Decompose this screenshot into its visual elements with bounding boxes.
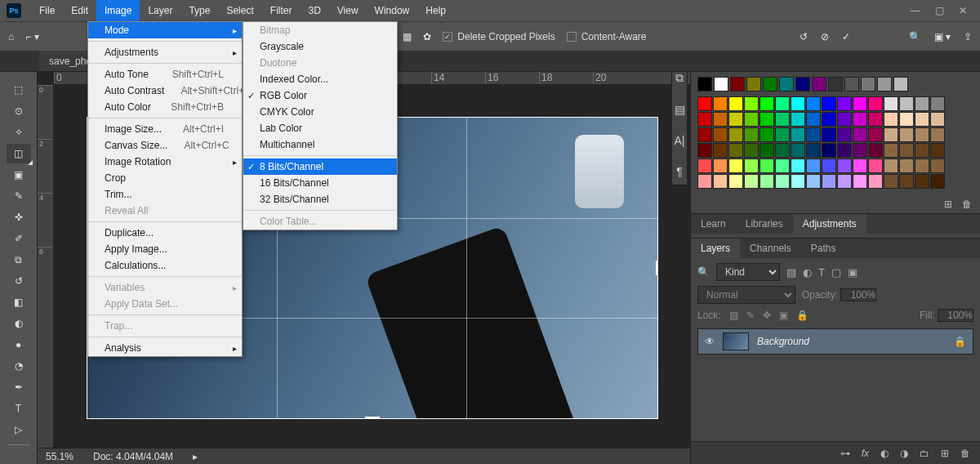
swatch[interactable] bbox=[760, 174, 774, 189]
swatch[interactable] bbox=[806, 127, 821, 142]
crop-settings-icon[interactable]: ✿ bbox=[423, 31, 431, 42]
blend-mode-select[interactable]: Normal bbox=[697, 286, 795, 304]
pen-tool[interactable]: ✒ bbox=[7, 377, 31, 397]
swatch[interactable] bbox=[697, 158, 712, 173]
crop-preset-select[interactable]: ⌐ ▾ bbox=[25, 31, 38, 42]
swatch[interactable] bbox=[930, 143, 945, 158]
new-layer-icon[interactable]: ⊞ bbox=[941, 448, 949, 459]
properties-panel-icon[interactable]: ▤ bbox=[675, 103, 685, 116]
paragraph-panel-icon[interactable]: ¶ bbox=[676, 165, 683, 178]
swatch[interactable] bbox=[806, 143, 821, 158]
swatch[interactable] bbox=[744, 112, 759, 127]
swatch[interactable] bbox=[791, 174, 805, 189]
menu-item-adjustments[interactable]: Adjustments bbox=[88, 44, 242, 60]
type-tool[interactable]: T bbox=[7, 399, 31, 418]
swatch[interactable] bbox=[697, 127, 712, 142]
swatch[interactable] bbox=[697, 112, 712, 127]
menu-item-image-rotation[interactable]: Image Rotation bbox=[88, 154, 242, 170]
panel-tab-adjustments[interactable]: Adjustments bbox=[793, 214, 866, 234]
swatch[interactable] bbox=[853, 96, 867, 111]
swatch[interactable] bbox=[884, 174, 898, 189]
swatch[interactable] bbox=[868, 96, 883, 111]
reset-crop-icon[interactable]: ↺ bbox=[800, 31, 808, 42]
menu-type[interactable]: Type bbox=[180, 0, 218, 21]
swatch[interactable] bbox=[915, 143, 929, 158]
gradient-tool[interactable]: ◐ bbox=[7, 314, 31, 333]
swatch[interactable] bbox=[795, 77, 810, 91]
swatch[interactable] bbox=[806, 96, 821, 111]
character-panel-icon[interactable]: A| bbox=[675, 134, 685, 147]
menu-filter[interactable]: Filter bbox=[262, 0, 301, 21]
swatch[interactable] bbox=[760, 127, 774, 142]
doc-size[interactable]: Doc: 4.04M/4.04M bbox=[93, 451, 173, 462]
swatch[interactable] bbox=[837, 127, 852, 142]
swatch[interactable] bbox=[868, 112, 883, 127]
visibility-icon[interactable]: 👁 bbox=[705, 336, 715, 347]
swatch[interactable] bbox=[713, 127, 728, 142]
content-aware-checkbox[interactable]: Content-Aware bbox=[567, 31, 647, 42]
filter-adjustment-icon[interactable]: ◐ bbox=[803, 266, 812, 279]
swatch[interactable] bbox=[779, 77, 794, 91]
swatch[interactable] bbox=[713, 158, 728, 173]
swatch[interactable] bbox=[930, 96, 945, 111]
menu-item-trim[interactable]: Trim... bbox=[88, 186, 242, 203]
swatch[interactable] bbox=[930, 112, 945, 127]
swatch[interactable] bbox=[915, 158, 929, 173]
healing-brush-tool[interactable]: ✜ bbox=[7, 207, 31, 227]
swatch[interactable] bbox=[728, 96, 743, 111]
swatch[interactable] bbox=[728, 174, 743, 189]
search-icon[interactable]: 🔍 bbox=[909, 31, 921, 42]
swatch[interactable] bbox=[806, 174, 821, 189]
swatch[interactable] bbox=[806, 112, 821, 127]
swatch[interactable] bbox=[915, 174, 929, 189]
menu-window[interactable]: Window bbox=[367, 0, 418, 21]
swatch[interactable] bbox=[930, 158, 945, 173]
swatch[interactable] bbox=[884, 158, 898, 173]
swatch[interactable] bbox=[828, 77, 843, 91]
swatch[interactable] bbox=[791, 143, 805, 158]
swatch[interactable] bbox=[861, 77, 875, 91]
swatch[interactable] bbox=[760, 158, 774, 173]
swatch[interactable] bbox=[697, 77, 712, 91]
layer-mask-icon[interactable]: ◐ bbox=[880, 448, 889, 459]
swatch[interactable] bbox=[728, 158, 743, 173]
swatch[interactable] bbox=[822, 112, 836, 127]
swatch[interactable] bbox=[775, 112, 790, 127]
menu-item-analysis[interactable]: Analysis bbox=[88, 340, 242, 356]
filter-shape-icon[interactable]: ▢ bbox=[831, 266, 841, 279]
swatch[interactable] bbox=[899, 158, 914, 173]
crop-handle[interactable] bbox=[648, 408, 658, 419]
menu-edit[interactable]: Edit bbox=[63, 0, 96, 21]
menu-item-image-size[interactable]: Image Size...Alt+Ctrl+I bbox=[88, 121, 242, 137]
swatch[interactable] bbox=[730, 77, 745, 91]
lock-all-icon[interactable]: 🔒 bbox=[796, 310, 808, 321]
crop-handle[interactable] bbox=[87, 408, 97, 419]
menu-item-16-bits-channel[interactable]: 16 Bits/Channel bbox=[243, 175, 397, 191]
swatch[interactable] bbox=[837, 143, 852, 158]
swatch[interactable] bbox=[915, 112, 929, 127]
menu-item-mode[interactable]: Mode bbox=[88, 22, 242, 38]
opacity-input[interactable] bbox=[840, 288, 876, 301]
swatch[interactable] bbox=[884, 143, 898, 158]
panel-tab-layers[interactable]: Layers bbox=[691, 239, 740, 258]
crop-tool[interactable]: ◫ bbox=[7, 144, 31, 163]
swatch[interactable] bbox=[893, 77, 908, 91]
swatch[interactable] bbox=[791, 96, 805, 111]
swatch[interactable] bbox=[915, 127, 929, 142]
new-swatch-icon[interactable]: ⊞ bbox=[944, 199, 952, 210]
swatch[interactable] bbox=[744, 143, 759, 158]
menu-item-canvas-size[interactable]: Canvas Size...Alt+Ctrl+C bbox=[88, 137, 242, 154]
new-group-icon[interactable]: 🗀 bbox=[920, 448, 929, 459]
share-icon[interactable]: ⇪ bbox=[964, 31, 972, 42]
filter-pixel-icon[interactable]: ▨ bbox=[786, 266, 796, 279]
layer-item[interactable]: 👁 Background 🔒 bbox=[697, 328, 973, 355]
layer-filter-select[interactable]: Kind bbox=[716, 263, 780, 281]
menu-file[interactable]: File bbox=[31, 0, 63, 21]
close-window-button[interactable]: ✕ bbox=[959, 5, 967, 16]
crop-handle[interactable] bbox=[656, 261, 658, 275]
menu-item-grayscale[interactable]: Grayscale bbox=[243, 38, 397, 55]
swatch[interactable] bbox=[930, 174, 945, 189]
link-layers-icon[interactable]: ⊶ bbox=[840, 448, 850, 459]
menu-3d[interactable]: 3D bbox=[300, 0, 328, 21]
eyedropper-tool[interactable]: ✎ bbox=[7, 186, 31, 206]
